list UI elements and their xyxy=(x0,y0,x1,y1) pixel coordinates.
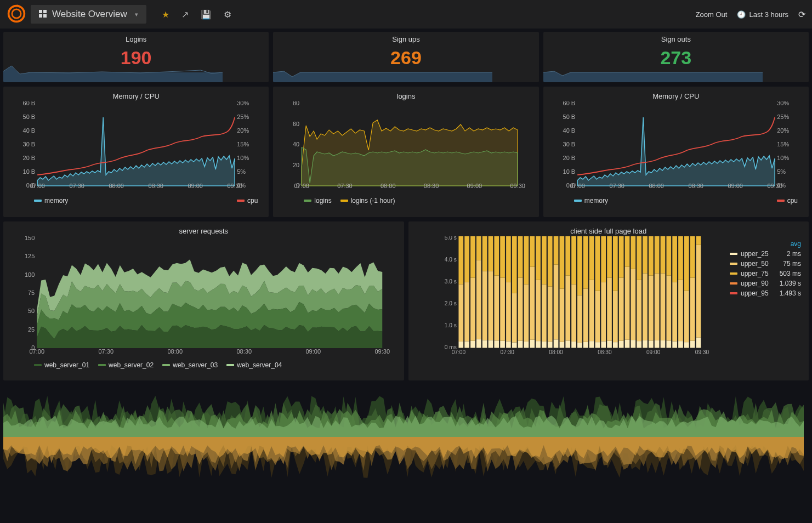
svg-text:07:00: 07:00 xyxy=(570,183,585,189)
svg-text:5%: 5% xyxy=(237,168,246,175)
chart-memory-cpu: 0 B10 B20 B30 B40 B50 B60 B 0%5%10%15%20… xyxy=(549,101,803,194)
svg-rect-98 xyxy=(488,236,493,271)
svg-rect-132 xyxy=(530,267,535,340)
svg-rect-208 xyxy=(618,236,623,278)
topbar: Website Overview ▾ ★ ↗ 💾 ⚙ Zoom Out 🕘 La… xyxy=(0,0,812,29)
svg-text:75: 75 xyxy=(28,289,35,296)
svg-rect-232 xyxy=(648,276,653,341)
panel-logins[interactable]: Logins 190 xyxy=(3,32,269,82)
svg-text:09:30: 09:30 xyxy=(227,183,242,189)
svg-rect-172 xyxy=(577,295,582,343)
svg-rect-253 xyxy=(672,236,677,282)
panel-memory-cpu-left[interactable]: Memory / CPU 0 B10 B20 B30 B40 B50 B60 B… xyxy=(3,87,269,217)
svg-text:40: 40 xyxy=(293,141,299,147)
svg-rect-156 xyxy=(559,342,564,348)
svg-text:07:30: 07:30 xyxy=(338,183,353,189)
svg-rect-246 xyxy=(666,340,671,348)
clock-icon: 🕘 xyxy=(737,10,746,19)
legend-label: upper_50 xyxy=(741,260,769,268)
svg-text:07:30: 07:30 xyxy=(98,348,113,355)
gear-icon[interactable]: ⚙ xyxy=(224,9,231,20)
svg-rect-222 xyxy=(637,280,641,341)
svg-rect-182 xyxy=(589,280,594,341)
panel-footer-trend[interactable] xyxy=(3,385,804,489)
svg-rect-188 xyxy=(595,236,600,291)
svg-rect-88 xyxy=(476,236,481,260)
svg-text:08:30: 08:30 xyxy=(424,183,439,189)
svg-text:08:00: 08:00 xyxy=(549,349,563,355)
svg-text:10%: 10% xyxy=(777,155,789,161)
svg-rect-243 xyxy=(660,236,665,274)
time-range-picker[interactable]: 🕘 Last 3 hours xyxy=(737,10,788,19)
zoom-out-button[interactable]: Zoom Out xyxy=(696,10,728,19)
svg-rect-136 xyxy=(536,341,541,348)
svg-rect-118 xyxy=(512,236,516,293)
panel-signups[interactable]: Sign ups 269 xyxy=(273,32,538,82)
svg-text:08:30: 08:30 xyxy=(598,349,612,355)
legend-value: 1.039 s xyxy=(780,280,801,287)
svg-rect-4 xyxy=(39,14,42,18)
svg-rect-273 xyxy=(696,236,701,245)
svg-rect-226 xyxy=(643,340,648,348)
svg-text:08:00: 08:00 xyxy=(649,183,664,189)
svg-text:30%: 30% xyxy=(237,101,249,106)
svg-text:07:00: 07:00 xyxy=(294,183,310,189)
svg-rect-102 xyxy=(494,276,499,341)
svg-text:07:00: 07:00 xyxy=(29,348,44,355)
legend: memory cpu xyxy=(549,194,803,204)
svg-rect-116 xyxy=(512,343,516,348)
svg-rect-103 xyxy=(494,236,499,276)
legend: memory cpu xyxy=(9,194,263,204)
svg-rect-212 xyxy=(624,267,629,340)
panel-memory-cpu-right[interactable]: Memory / CPU 0 B10 B20 B30 B40 B50 B60 B… xyxy=(543,87,809,217)
svg-rect-267 xyxy=(690,278,695,341)
panel-title: Sign outs xyxy=(543,32,809,44)
svg-rect-211 xyxy=(624,340,629,348)
svg-rect-187 xyxy=(595,291,600,343)
svg-rect-151 xyxy=(553,339,558,348)
footer-row xyxy=(3,385,809,489)
svg-rect-201 xyxy=(613,342,618,348)
svg-rect-251 xyxy=(672,342,677,348)
svg-rect-113 xyxy=(506,236,511,282)
svg-text:07:30: 07:30 xyxy=(69,183,84,189)
panel-page-load[interactable]: client side full page load 0 ms1.0 s2.0 … xyxy=(408,221,809,380)
graph-row-1: Memory / CPU 0 B10 B20 B30 B40 B50 B60 B… xyxy=(3,87,809,217)
svg-rect-177 xyxy=(583,289,588,342)
svg-text:07:00: 07:00 xyxy=(30,183,45,189)
panel-signouts[interactable]: Sign outs 273 xyxy=(543,32,809,82)
svg-text:60 B: 60 B xyxy=(23,101,36,106)
dashboard-picker[interactable]: Website Overview ▾ xyxy=(31,5,146,24)
svg-rect-82 xyxy=(470,278,475,341)
save-icon[interactable]: 💾 xyxy=(201,9,212,20)
svg-text:30 B: 30 B xyxy=(23,141,36,147)
svg-text:08:00: 08:00 xyxy=(167,348,183,355)
legend-label: memory xyxy=(44,197,68,204)
svg-text:15%: 15% xyxy=(777,141,789,147)
star-icon[interactable]: ★ xyxy=(162,9,169,20)
svg-rect-2 xyxy=(39,10,42,13)
svg-rect-141 xyxy=(542,342,547,348)
share-icon[interactable]: ↗ xyxy=(181,9,189,20)
svg-rect-217 xyxy=(631,269,635,340)
panel-server-requests[interactable]: server requests 0255075100125150 07:0007… xyxy=(3,221,404,380)
panel-title: Sign ups xyxy=(273,32,538,44)
legend-label: web_server_04 xyxy=(237,361,282,369)
app-logo[interactable] xyxy=(7,4,26,25)
legend-label: cpu xyxy=(247,197,258,204)
svg-text:09:30: 09:30 xyxy=(767,183,782,189)
svg-text:5.0 s: 5.0 s xyxy=(444,236,456,241)
svg-rect-117 xyxy=(512,293,516,343)
svg-rect-242 xyxy=(660,274,665,340)
svg-rect-206 xyxy=(618,341,623,348)
panel-logins[interactable]: logins 020406080 07:0007:3008:0008:3009:… xyxy=(273,87,538,217)
svg-text:50 B: 50 B xyxy=(563,113,575,120)
svg-rect-191 xyxy=(601,342,606,348)
svg-rect-166 xyxy=(571,342,576,348)
svg-text:15%: 15% xyxy=(237,141,249,147)
toolbar-icons: ★ ↗ 💾 ⚙ xyxy=(162,9,231,20)
svg-rect-163 xyxy=(565,236,570,276)
refresh-icon[interactable]: ⟳ xyxy=(798,9,805,20)
panel-title: Memory / CPU xyxy=(549,89,803,101)
chart-memory-cpu: 0 B10 B20 B30 B40 B50 B60 B 0%5%10%15%20… xyxy=(9,101,263,194)
